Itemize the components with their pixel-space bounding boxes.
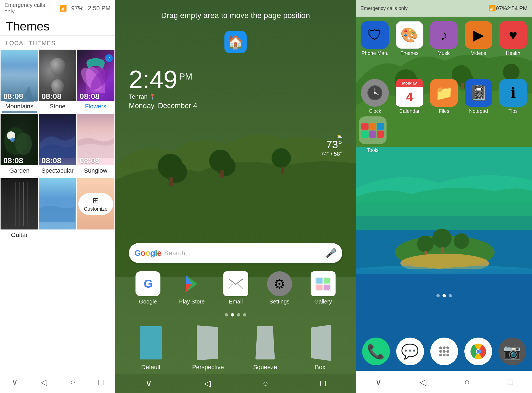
right-nav-back[interactable]: ◁ xyxy=(420,377,426,387)
dock-camera-icon: 📷 xyxy=(498,338,526,365)
clock-label: Clock xyxy=(369,108,381,114)
email-app-icon xyxy=(223,271,248,296)
theme-spectacular-time: 08:08 xyxy=(42,156,62,165)
dock-app-gallery[interactable]: Gallery xyxy=(311,271,336,305)
dock-app-google[interactable]: G Google xyxy=(135,271,160,305)
svg-rect-37 xyxy=(324,285,330,290)
page-style-box-icon xyxy=(306,325,334,361)
svg-point-70 xyxy=(446,354,449,356)
music-label: Music xyxy=(438,50,451,56)
dock-icons: G Google Play Store xyxy=(115,269,356,310)
theme-sunglow-time: 08:08 xyxy=(80,156,99,165)
customize-button[interactable]: ⊞ Customize xyxy=(78,193,113,215)
dock-chrome[interactable] xyxy=(464,338,492,365)
drag-hint-text: Drag empty area to move the page positio… xyxy=(115,0,356,25)
svg-point-67 xyxy=(446,350,449,353)
app-clock[interactable]: Clock xyxy=(359,79,391,114)
svg-point-43 xyxy=(503,64,520,80)
svg-point-63 xyxy=(443,346,446,349)
center-overlay: Drag empty area to move the page positio… xyxy=(115,0,356,393)
theme-spectacular[interactable]: 08:08 Spectacular xyxy=(39,114,76,178)
theme-guitar[interactable]: Guitar xyxy=(1,178,38,242)
page-dots xyxy=(115,310,356,319)
center-nav-down[interactable]: ∨ xyxy=(145,378,152,389)
right-nav-recent[interactable]: □ xyxy=(508,377,513,387)
page-style-squeeze-label: Squeeze xyxy=(253,364,277,371)
app-tools[interactable]: Tools xyxy=(359,116,387,153)
dock-messages[interactable]: 💬 xyxy=(396,338,424,365)
center-nav-recent[interactable]: □ xyxy=(320,378,326,389)
health-icon: ♥ xyxy=(499,21,527,49)
app-notepad[interactable]: 📓 Notepad xyxy=(462,79,495,114)
svg-rect-34 xyxy=(316,278,323,284)
google-search-bar[interactable]: Google Search... 🎤 xyxy=(129,243,342,263)
right-nav-home[interactable]: ○ xyxy=(464,377,470,387)
left-nav-back[interactable]: ◁ xyxy=(41,377,47,387)
weather-range: 74° / 58° xyxy=(321,151,342,157)
dock-phone[interactable]: 📞 xyxy=(362,338,390,365)
weather-icon: ⛅ xyxy=(321,134,342,139)
page-style-perspective-label: Perspective xyxy=(192,364,224,371)
app-health[interactable]: ♥ Health xyxy=(497,21,529,56)
location-pin-icon: 📍 xyxy=(149,93,156,100)
page-style-box[interactable]: Box xyxy=(306,325,334,371)
svg-point-62 xyxy=(439,346,442,349)
dock-apps[interactable] xyxy=(430,338,458,365)
app-themes[interactable]: 🎨 Themes xyxy=(393,21,426,56)
local-themes-label: LOCAL THEMES xyxy=(0,36,115,50)
left-nav-home[interactable]: ○ xyxy=(70,377,75,387)
playstore-app-label: Play Store xyxy=(179,298,204,305)
right-dot-3 xyxy=(449,294,452,297)
notepad-icon: 📓 xyxy=(465,79,492,107)
left-bottom-nav: ∨ ◁ ○ □ xyxy=(0,371,115,393)
theme-sunglow-name: Sunglow xyxy=(77,166,114,175)
app-calendar[interactable]: Monday 4 Calendar xyxy=(393,79,426,114)
theme-customize[interactable]: ⊞ Customize xyxy=(77,178,114,242)
center-bottom-nav: ∨ ◁ ○ □ xyxy=(115,374,356,393)
files-label: Files xyxy=(439,108,449,114)
svg-point-50 xyxy=(417,236,434,252)
page-style-perspective[interactable]: Perspective xyxy=(192,325,224,371)
left-nav-recent[interactable]: □ xyxy=(98,377,103,387)
clock-time: 2:49PM xyxy=(129,67,342,92)
center-nav-home[interactable]: ○ xyxy=(263,378,268,389)
theme-bluewater-name xyxy=(39,238,76,240)
theme-flowers[interactable]: 08:08 ✓ Flowers xyxy=(77,50,114,113)
dock-app-playstore[interactable]: Play Store xyxy=(179,271,204,305)
app-tips[interactable]: ℹ Tips xyxy=(497,79,529,114)
theme-sunglow[interactable]: 08:08 Sunglow xyxy=(77,114,114,178)
theme-stone-time: 08:08 xyxy=(42,92,62,101)
svg-point-75 xyxy=(477,350,480,353)
svg-rect-36 xyxy=(316,285,323,290)
theme-bluewater[interactable] xyxy=(39,178,76,242)
left-nav-down[interactable]: ∨ xyxy=(12,377,18,387)
app-music[interactable]: ♪ Music xyxy=(428,21,460,56)
app-phoneman[interactable]: 🛡 Phone Man. xyxy=(359,21,391,56)
right-panel: Emergency calls only 📶 97% 2:54 PM 🛡 Pho… xyxy=(356,0,532,393)
customize-icon: ⊞ xyxy=(93,196,99,205)
right-dock: 📞 💬 xyxy=(356,332,532,371)
center-nav-back[interactable]: ◁ xyxy=(204,378,211,389)
dock-camera[interactable]: 📷 xyxy=(498,338,526,365)
theme-mountains[interactable]: 08:08 Mountains xyxy=(1,50,38,113)
app-files[interactable]: 📁 Files xyxy=(428,79,460,114)
tips-icon: ℹ xyxy=(499,79,527,107)
right-bottom-nav: ∨ ◁ ○ □ xyxy=(356,371,532,393)
dock-app-email[interactable]: Email xyxy=(223,271,248,305)
svg-rect-35 xyxy=(324,278,330,284)
page-style-default[interactable]: Default xyxy=(137,325,165,371)
mic-icon[interactable]: 🎤 xyxy=(326,248,337,258)
theme-spectacular-name: Spectacular xyxy=(39,166,76,175)
home-icon-area: 🏠 xyxy=(115,25,356,59)
theme-garden[interactable]: 08:08 Garden xyxy=(1,114,38,178)
theme-stone[interactable]: 08:08 Stone xyxy=(39,50,76,113)
app-videos[interactable]: ▶ Videos xyxy=(462,21,495,56)
home-icon[interactable]: 🏠 xyxy=(224,31,247,53)
svg-point-52 xyxy=(454,233,469,249)
page-style-squeeze[interactable]: Squeeze xyxy=(251,325,279,371)
svg-point-68 xyxy=(439,354,442,356)
gallery-app-icon xyxy=(311,271,336,296)
google-logo: Google xyxy=(134,248,161,258)
right-nav-down[interactable]: ∨ xyxy=(375,377,382,387)
dock-app-settings[interactable]: ⚙ Settings xyxy=(267,271,292,305)
